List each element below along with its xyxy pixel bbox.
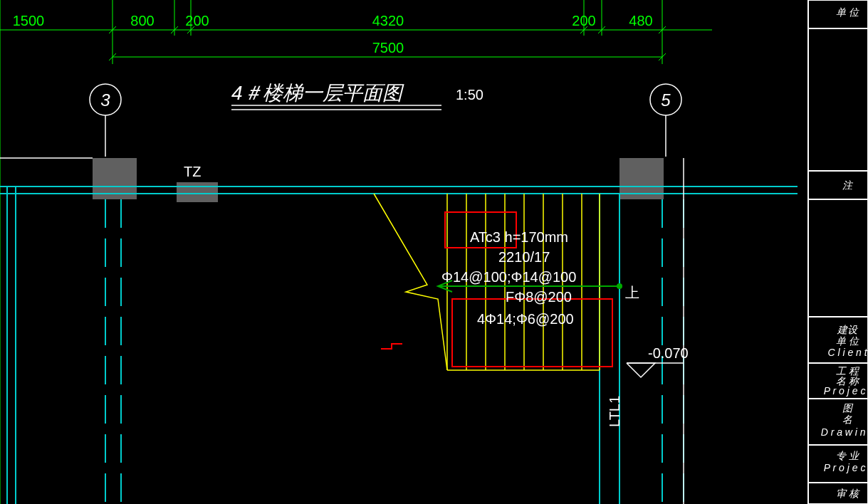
up-label: 上 (625, 285, 639, 300)
column-tz (177, 182, 218, 202)
dim-200b: 200 (572, 13, 595, 28)
tb-row-2-b: 单 位 (836, 335, 859, 347)
svg-text:-0.070: -0.070 (648, 345, 689, 361)
tb-row-3-c: P r o j e c t (824, 385, 868, 397)
grid-bubble-3: 3 (90, 84, 121, 157)
tz-label: TZ (184, 164, 201, 179)
dim-480: 480 (629, 13, 652, 28)
dim-7500: 7500 (372, 40, 404, 56)
tb-row-1: 注 (842, 179, 854, 191)
tb-row-2-a: 建设 (837, 324, 859, 335)
cad-canvas[interactable]: 1500 800 200 4320 200 480 7500 4＃楼梯一层平面图… (0, 0, 868, 504)
svg-text:Φ14@100;Φ14@100: Φ14@100;Φ14@100 (441, 269, 576, 285)
title-text: 4＃楼梯一层平面图 (231, 82, 404, 104)
tb-row-4-c: D r a w i n g (821, 426, 868, 438)
dim-800: 800 (130, 13, 154, 28)
tb-row-5-a: 专 业 (836, 450, 860, 461)
svg-text:3: 3 (100, 90, 110, 110)
scale-text: 1:50 (456, 87, 483, 103)
dim-200a: 200 (185, 13, 209, 28)
dim-1500: 1500 (13, 13, 45, 28)
tb-row-4-b: 名 (842, 414, 852, 425)
tb-row-4-a: 图 (842, 402, 854, 414)
grid-bubble-5: 5 (650, 84, 681, 157)
section-mark (381, 344, 402, 349)
dim-4320: 4320 (372, 13, 404, 28)
highlight-box-2 (452, 299, 612, 367)
tb-row-6: 审 核 (836, 488, 860, 499)
stair-annotations: ATc3 h=170mm 2210/17 Φ14@100;Φ14@100 FΦ8… (441, 229, 639, 327)
dimension-group: 1500 800 200 4320 200 480 7500 (0, 0, 712, 504)
tb-row-5-b: P r o j e c t (824, 462, 868, 473)
elevation-marker: -0.070 (627, 345, 689, 377)
svg-point-49 (617, 283, 622, 289)
title-block: 单 位 注 建设 单 位 C l i e n t 工 程 名 称 P r o j… (808, 0, 868, 504)
drawing-title: 4＃楼梯一层平面图 1:50 (231, 82, 483, 110)
svg-text:2210/17: 2210/17 (498, 249, 550, 265)
svg-text:FΦ8@200: FΦ8@200 (506, 289, 572, 305)
svg-text:5: 5 (661, 90, 671, 110)
svg-text:ATc3  h=170mm: ATc3 h=170mm (470, 229, 568, 245)
tb-row-0: 单 位 (836, 6, 859, 18)
svg-text:4Φ14;Φ6@200: 4Φ14;Φ6@200 (477, 311, 574, 327)
tb-row-2-c: C l i e n t (827, 347, 867, 358)
ltl1-label: LTL1 (607, 396, 622, 427)
